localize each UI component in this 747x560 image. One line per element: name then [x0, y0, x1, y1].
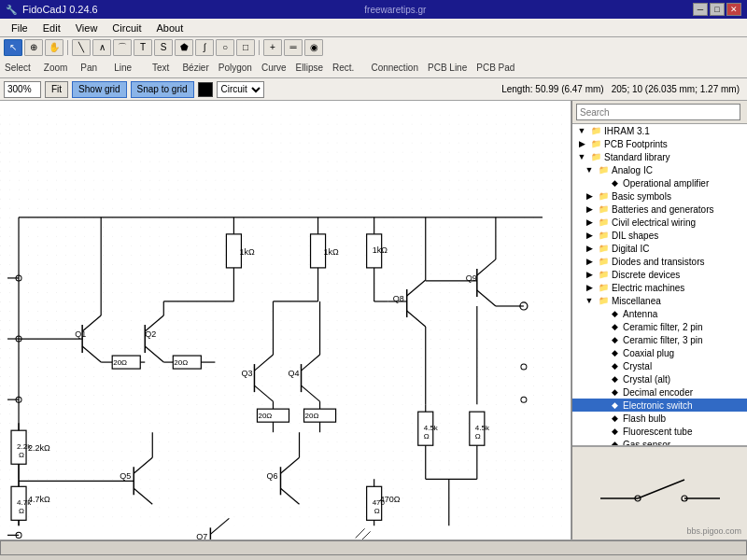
- toolbar-label-line: Line: [114, 63, 132, 73]
- tool-ellipse[interactable]: ○: [216, 39, 234, 56]
- expander-batteries: ▶: [584, 203, 595, 215]
- item-icon-ceramic2: ◆: [608, 321, 621, 332]
- menu-view[interactable]: View: [68, 21, 106, 35]
- tree-item-flash-bulb[interactable]: ▶ ◆ Flash bulb: [572, 412, 747, 425]
- expander-emachines: ▶: [584, 282, 595, 293]
- tree-label-emachines: Electric machines: [612, 283, 684, 293]
- show-grid-button[interactable]: Show grid: [72, 81, 126, 98]
- tree-item-op-amp[interactable]: ▶ ◆ Operational amplifier: [572, 176, 747, 189]
- folder-icon-std: 📁: [589, 151, 602, 162]
- svg-text:2.2kΩ: 2.2kΩ: [28, 443, 50, 453]
- tree-item-coaxial[interactable]: ▶ ◆ Coaxial plug: [572, 346, 747, 359]
- tree-item-basic-symbols[interactable]: ▶ 📁 Basic symbols: [572, 189, 747, 203]
- tree-item-digital-ic[interactable]: ▶ 📁 Digital IC: [572, 242, 747, 255]
- svg-text:Q2: Q2: [145, 329, 156, 339]
- tool-connection[interactable]: +: [263, 39, 282, 56]
- tool-curve[interactable]: ∫: [195, 39, 214, 56]
- toolbar-row1: ↖ ⊕ ✋ ╲ ∧ ⌒ T S ⬟ ∫ ○ □ + ═ ◉: [0, 37, 747, 58]
- tool-polygon[interactable]: ⬟: [175, 39, 193, 56]
- menu-circuit[interactable]: Circuit: [105, 21, 148, 35]
- title-bar-controls: ─ □ ✕: [693, 3, 741, 16]
- tool-zoom[interactable]: ⊕: [24, 39, 43, 56]
- tree-item-batteries[interactable]: ▶ 📁 Batteries and generators: [572, 203, 747, 216]
- fit-button[interactable]: Fit: [45, 81, 68, 98]
- tree-item-ihram[interactable]: ▼ 📁 IHRAM 3.1: [572, 124, 747, 137]
- bottom-bar: [0, 539, 747, 554]
- toolbar-label-pan: Pan: [80, 63, 97, 73]
- expander-misc: ▼: [584, 295, 595, 306]
- tree-item-decimal-encoder[interactable]: ▶ ◆ Decimal encoder: [572, 385, 747, 399]
- item-icon-crystal-alt: ◆: [608, 373, 621, 385]
- toolbar-label-zoom: Zoom: [44, 63, 68, 73]
- tree-item-gas-sensor[interactable]: ▶ ◆ Gas sensor: [572, 438, 747, 446]
- maximize-button[interactable]: □: [710, 3, 725, 16]
- tree-item-fluorescent[interactable]: ▶ ◆ Fluorescent tube: [572, 425, 747, 438]
- tree-item-ceramic2[interactable]: ▶ ◆ Ceramic filter, 2 pin: [572, 320, 747, 333]
- coord-display: 205; 10 (26.035 mm; 1.27 mm): [612, 84, 740, 94]
- svg-text:Q1: Q1: [75, 329, 86, 339]
- snap-grid-button[interactable]: Snap to grid: [131, 81, 194, 98]
- canvas-area[interactable]: 1kΩ 1kΩ Q1 Q2: [0, 101, 571, 539]
- tool-line[interactable]: ╲: [72, 39, 91, 56]
- tree-label-coaxial: Coaxial plug: [623, 348, 674, 358]
- tool-curve2[interactable]: ⌒: [113, 39, 132, 56]
- tree-item-standard-library[interactable]: ▼ 📁 Standard library: [572, 150, 747, 163]
- zoom-input[interactable]: [4, 81, 41, 98]
- toolbar-separator-1: [67, 40, 68, 55]
- expander-diodes: ▶: [584, 256, 595, 267]
- folder-icon-misc: 📁: [597, 295, 610, 306]
- minimize-button[interactable]: ─: [693, 3, 708, 16]
- tool-bezier[interactable]: S: [154, 39, 173, 56]
- tree-item-electric-machines[interactable]: ▶ 📁 Electric machines: [572, 281, 747, 294]
- svg-text:Q5: Q5: [120, 471, 131, 481]
- tool-pan[interactable]: ✋: [45, 39, 63, 56]
- svg-rect-142: [582, 456, 739, 531]
- tree-item-crystal[interactable]: ▶ ◆ Crystal: [572, 359, 747, 372]
- tree-item-electronic-switch[interactable]: ▶ ◆ Electronic switch: [572, 399, 747, 412]
- search-bar: [572, 101, 747, 124]
- tree-item-miscellanea[interactable]: ▼ 📁 Miscellanea: [572, 294, 747, 307]
- tool-pcb-pad[interactable]: ◉: [304, 39, 323, 56]
- expander-digital: ▶: [584, 243, 595, 254]
- tree-item-ceramic3[interactable]: ▶ ◆ Ceramic filter, 3 pin: [572, 333, 747, 346]
- svg-text:Q7: Q7: [196, 532, 207, 539]
- tool-select[interactable]: ↖: [4, 39, 22, 56]
- tree-item-antenna[interactable]: ▶ ◆ Antenna: [572, 307, 747, 320]
- toolbar-label-pcbpad: PCB Pad: [476, 63, 514, 73]
- tree-item-analog-ic[interactable]: ▼ 📁 Analog IC: [572, 163, 747, 176]
- svg-rect-1: [0, 115, 571, 526]
- tool-text[interactable]: T: [134, 39, 152, 56]
- tool-pcb-line[interactable]: ═: [284, 39, 303, 56]
- close-button[interactable]: ✕: [726, 3, 741, 16]
- tree-label-eswitch: Electronic switch: [623, 400, 692, 411]
- tree-item-pcb-footprints[interactable]: ▶ 📁 PCB Footprints: [572, 137, 747, 150]
- menu-file[interactable]: File: [4, 21, 35, 35]
- toolbar-row2: Select Zoom Pan Line Text Bézier Polygon…: [0, 58, 747, 78]
- app-icon: 🔧: [6, 5, 17, 15]
- tree-item-discrete[interactable]: ▶ 📁 Discrete devices: [572, 268, 747, 281]
- search-input[interactable]: [576, 104, 740, 120]
- layer-select[interactable]: Circuit: [217, 81, 264, 98]
- item-icon-ceramic3: ◆: [608, 334, 621, 345]
- tree-item-dil-shapes[interactable]: ▶ 📁 DIL shapes: [572, 229, 747, 242]
- tree-item-civil-wiring[interactable]: ▶ 📁 Civil electrical wiring: [572, 216, 747, 229]
- menu-edit[interactable]: Edit: [35, 21, 68, 35]
- toolbar-label-ellipse: Ellipse: [296, 63, 323, 73]
- tool-rect[interactable]: □: [236, 39, 255, 56]
- menu-about[interactable]: About: [149, 21, 191, 35]
- option-bar: Fit Show grid Snap to grid Circuit Lengt…: [0, 78, 747, 101]
- tool-polyline[interactable]: ∧: [92, 39, 111, 56]
- tree-label-ceramic3: Ceramic filter, 3 pin: [623, 335, 703, 345]
- tree-label-gas: Gas sensor: [623, 440, 670, 447]
- expander-pcb: ▶: [576, 138, 587, 149]
- item-icon-fluorescent: ◆: [608, 426, 621, 437]
- expander-std: ▼: [576, 151, 587, 162]
- color-picker[interactable]: [198, 82, 213, 97]
- tree-item-diodes[interactable]: ▶ 📁 Diodes and transistors: [572, 255, 747, 268]
- item-icon-crystal: ◆: [608, 360, 621, 371]
- item-icon-antenna: ◆: [608, 308, 621, 319]
- item-icon-flash: ◆: [608, 413, 621, 424]
- horizontal-scrollbar[interactable]: [0, 540, 747, 555]
- tree-label-civil: Civil electrical wiring: [612, 217, 696, 228]
- tree-item-crystal-alt[interactable]: ▶ ◆ Crystal (alt): [572, 372, 747, 385]
